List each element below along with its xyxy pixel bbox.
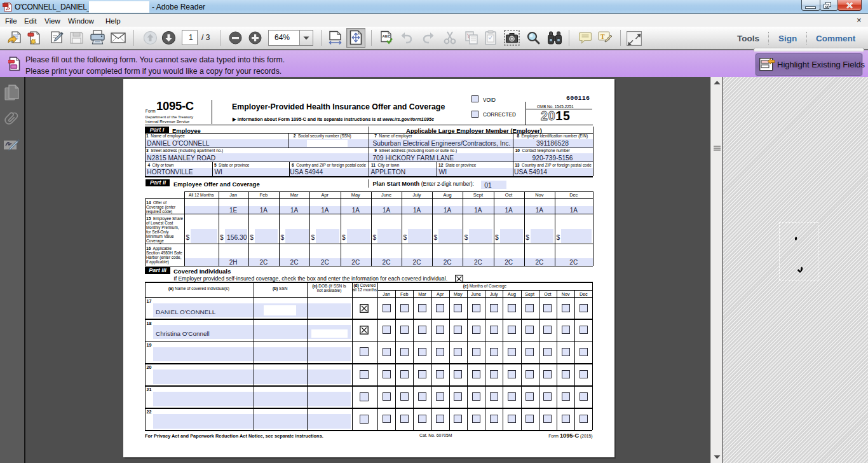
svg-text:T: T <box>600 33 605 40</box>
svg-text:ABC: ABC <box>383 34 391 38</box>
